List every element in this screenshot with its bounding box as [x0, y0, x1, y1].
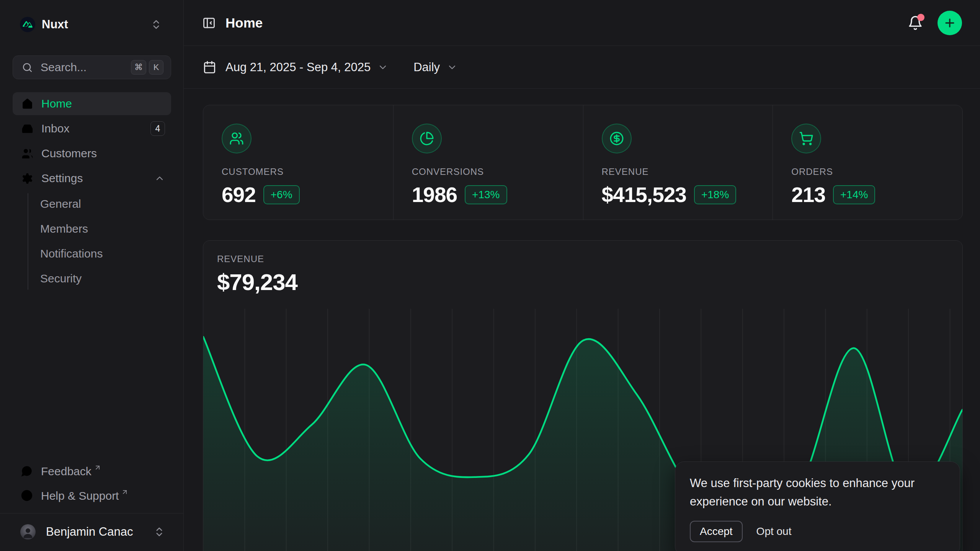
inbox-unread-badge: 4: [150, 121, 165, 136]
sidebar-item-members[interactable]: Members: [13, 216, 171, 241]
sidebar-item-home[interactable]: Home: [13, 92, 171, 115]
stat-value: 1986: [412, 183, 457, 207]
pie-chart-icon: [412, 124, 442, 153]
stat-conversions: CONVERSIONS 1986 +13%: [393, 105, 583, 220]
stat-label: ORDERS: [791, 166, 962, 177]
settings-subnav: General Members Notifications Security: [13, 191, 171, 291]
search-input[interactable]: Search... ⌘ K: [13, 55, 171, 79]
search-placeholder: Search...: [41, 61, 131, 74]
chevrons-up-down-icon: [150, 19, 162, 30]
stat-delta-badge: +18%: [694, 185, 736, 204]
granularity-select[interactable]: Daily: [413, 60, 457, 74]
sidebar-item-help-support[interactable]: Help & Support: [13, 484, 171, 508]
sidebar-item-feedback[interactable]: Feedback: [13, 459, 171, 484]
chevron-down-icon: [447, 62, 457, 73]
stat-value: 692: [222, 183, 256, 207]
sidebar-item-security[interactable]: Security: [13, 266, 171, 291]
sidebar-item-label: Help & Support: [41, 489, 119, 503]
revenue-chart-label: REVENUE: [217, 254, 949, 264]
gear-icon: [21, 172, 34, 185]
granularity-label: Daily: [413, 60, 440, 74]
page-title: Home: [225, 15, 263, 31]
stat-value: $415,523: [602, 183, 686, 207]
notification-unread-dot: [917, 14, 924, 21]
calendar-icon: [203, 60, 216, 74]
stat-value: 213: [791, 183, 825, 207]
subnav-guide-line: [28, 193, 28, 290]
revenue-chart-header: REVENUE $79,234: [203, 241, 962, 295]
date-range-label: Aug 21, 2025 - Sep 4, 2025: [225, 60, 371, 74]
users-icon: [21, 147, 34, 160]
sidebar-item-label: Feedback: [41, 465, 91, 478]
sidebar-item-general[interactable]: General: [13, 191, 171, 216]
sidebar-item-label: Settings: [41, 172, 154, 185]
cookie-banner: We use first-party cookies to enhance yo…: [675, 461, 960, 551]
stats-card: CUSTOMERS 692 +6% CONVERSIONS 1986 +13%: [203, 105, 963, 220]
users-icon: [222, 124, 252, 153]
stat-label: CONVERSIONS: [412, 166, 583, 177]
avatar: [20, 524, 36, 540]
date-range-picker[interactable]: Aug 21, 2025 - Sep 4, 2025: [203, 60, 388, 74]
stat-delta-badge: +14%: [833, 185, 875, 204]
stat-delta-badge: +6%: [263, 185, 300, 204]
kbd-k: K: [149, 60, 163, 75]
stat-customers: CUSTOMERS 692 +6%: [203, 105, 393, 220]
plus-icon: [943, 16, 956, 29]
stat-revenue: REVENUE $415,523 +18%: [583, 105, 773, 220]
chevron-up-icon: [154, 173, 165, 184]
circle-dollar-icon: [602, 124, 632, 153]
filters-bar: Aug 21, 2025 - Sep 4, 2025 Daily: [184, 46, 980, 89]
stat-orders: ORDERS 213 +14%: [773, 105, 962, 220]
sidebar-item-label: Home: [41, 97, 165, 110]
shopping-cart-icon: [791, 124, 821, 153]
sidebar-nav: Home Inbox 4 Customers Settings: [13, 92, 171, 192]
notifications-bell-icon[interactable]: [908, 15, 923, 31]
accept-button[interactable]: Accept: [690, 521, 743, 542]
inbox-icon: [21, 122, 34, 135]
message-circle-icon: [20, 465, 33, 478]
sidebar-item-customers[interactable]: Customers: [13, 142, 171, 165]
user-name: Benjamin Canac: [46, 525, 154, 539]
header-actions: [908, 11, 962, 35]
sidebar-item-settings[interactable]: Settings: [13, 167, 171, 190]
search-icon: [21, 62, 33, 73]
home-icon: [21, 98, 34, 110]
revenue-chart-value: $79,234: [217, 269, 949, 295]
team-switcher[interactable]: Nuxt: [13, 15, 171, 34]
kbd-meta: ⌘: [131, 60, 146, 75]
opt-out-button[interactable]: Opt out: [756, 525, 792, 538]
stat-label: REVENUE: [602, 166, 773, 177]
page-header: Home: [184, 0, 980, 46]
user-menu-button[interactable]: Benjamin Canac: [13, 519, 171, 545]
chevrons-up-down-icon: [154, 526, 165, 538]
nuxt-logo-icon: [20, 17, 35, 32]
arrow-up-right-icon: [94, 464, 101, 471]
sidebar-divider: [0, 513, 184, 514]
sidebar: Nuxt Search... ⌘ K Home Inbox 4: [0, 0, 184, 551]
brand-name: Nuxt: [42, 18, 68, 31]
arrow-up-right-icon: [121, 488, 129, 496]
sidebar-item-notifications[interactable]: Notifications: [13, 241, 171, 266]
sidebar-item-label: Customers: [41, 147, 165, 160]
sidebar-item-inbox[interactable]: Inbox 4: [13, 117, 171, 140]
sidebar-item-label: Inbox: [41, 122, 150, 135]
info-icon: [20, 489, 33, 502]
cookie-actions: Accept Opt out: [690, 521, 945, 542]
cookie-message: We use first-party cookies to enhance yo…: [690, 474, 927, 511]
add-button[interactable]: [938, 11, 962, 35]
sidebar-footer: Feedback Help & Support: [13, 459, 171, 508]
chevron-down-icon: [377, 62, 388, 73]
sidebar-collapse-icon[interactable]: [202, 16, 216, 30]
stat-delta-badge: +13%: [465, 185, 507, 204]
stat-label: CUSTOMERS: [222, 166, 393, 177]
